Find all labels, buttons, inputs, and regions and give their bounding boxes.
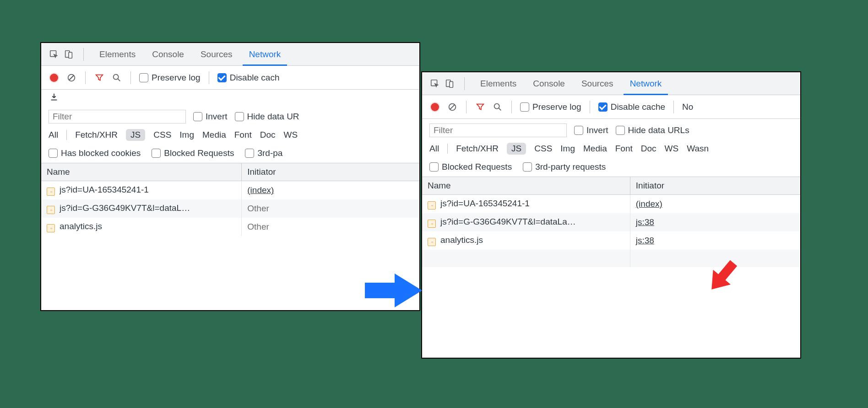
- record-icon[interactable]: [429, 102, 440, 113]
- tab-elements[interactable]: Elements: [474, 72, 523, 95]
- chip-img[interactable]: Img: [179, 130, 194, 140]
- disable-cache-checkbox[interactable]: Disable cach: [217, 73, 280, 83]
- red-arrow-annotation: [700, 252, 746, 301]
- device-toggle-icon[interactable]: [444, 78, 455, 89]
- hide-data-urls-label: Hide data UR: [247, 112, 299, 122]
- disable-cache-label: Disable cach: [230, 73, 280, 83]
- tab-console[interactable]: Console: [146, 43, 190, 65]
- chip-img[interactable]: Img: [560, 144, 575, 154]
- inspect-icon[interactable]: [429, 78, 440, 89]
- table-row[interactable]: analytics.js Other: [41, 218, 419, 236]
- col-initiator[interactable]: Initiator: [630, 177, 800, 195]
- chip-ws[interactable]: WS: [665, 144, 679, 154]
- separator: [464, 77, 465, 90]
- has-blocked-cookies-checkbox[interactable]: Has blocked cookies: [49, 148, 141, 158]
- clear-icon[interactable]: [447, 102, 458, 113]
- request-name: analytics.js: [440, 235, 483, 245]
- filter-icon[interactable]: [94, 72, 105, 83]
- search-icon[interactable]: [111, 72, 122, 83]
- truncated-text: No: [682, 102, 693, 112]
- chip-js[interactable]: JS: [507, 143, 526, 155]
- type-chips: All Fetch/XHR JS CSS Img Media Font Doc …: [422, 140, 800, 159]
- inspect-icon[interactable]: [49, 49, 60, 60]
- col-initiator[interactable]: Initiator: [242, 163, 419, 181]
- invert-checkbox[interactable]: Invert: [193, 112, 228, 122]
- chip-wasm[interactable]: Wasn: [687, 144, 709, 154]
- chip-media[interactable]: Media: [202, 130, 226, 140]
- col-name[interactable]: Name: [41, 163, 242, 181]
- device-toggle-icon[interactable]: [63, 49, 74, 60]
- initiator-link[interactable]: js:38: [636, 236, 654, 245]
- filter-icon[interactable]: [475, 102, 486, 113]
- chip-fetch[interactable]: Fetch/XHR: [75, 130, 118, 140]
- disable-cache-checkbox[interactable]: Disable cache: [598, 102, 665, 112]
- separator: [447, 144, 448, 154]
- table-row[interactable]: js?id=UA-165345241-1 (index): [41, 181, 419, 200]
- has-blocked-cookies-label: Has blocked cookies: [61, 148, 141, 158]
- tab-network[interactable]: Network: [624, 72, 668, 95]
- chip-doc[interactable]: Doc: [260, 130, 276, 140]
- hide-data-urls-checkbox[interactable]: Hide data URLs: [616, 125, 689, 135]
- filter-input[interactable]: [49, 110, 186, 123]
- preserve-log-checkbox[interactable]: Preserve log: [520, 102, 581, 112]
- svg-point-4: [114, 74, 119, 79]
- chip-doc[interactable]: Doc: [641, 144, 656, 154]
- invert-checkbox[interactable]: Invert: [574, 125, 608, 135]
- third-party-checkbox[interactable]: 3rd-pa: [245, 148, 282, 158]
- preserve-log-label: Preserve log: [152, 73, 201, 83]
- js-file-icon: [47, 206, 55, 214]
- svg-marker-11: [365, 274, 422, 307]
- filter-input[interactable]: [429, 123, 567, 137]
- record-icon[interactable]: [49, 72, 60, 83]
- chip-all[interactable]: All: [429, 144, 439, 154]
- separator: [466, 101, 467, 113]
- hide-data-urls-checkbox[interactable]: Hide data UR: [235, 112, 299, 122]
- third-party-checkbox[interactable]: 3rd-party requests: [523, 162, 606, 172]
- table-row[interactable]: analytics.js js:38: [422, 231, 800, 250]
- tab-elements[interactable]: Elements: [93, 43, 142, 65]
- chip-font[interactable]: Font: [234, 130, 252, 140]
- table-row[interactable]: js?id=G-G36G49KV7T&l=dataL… Other: [41, 199, 419, 218]
- blue-arrow-annotation: [363, 270, 427, 313]
- chip-css[interactable]: CSS: [534, 144, 552, 154]
- chip-font[interactable]: Font: [615, 144, 633, 154]
- chip-css[interactable]: CSS: [153, 130, 171, 140]
- chip-fetch[interactable]: Fetch/XHR: [456, 144, 499, 154]
- requests-table: Name Initiator js?id=UA-165345241-1 (ind…: [41, 163, 419, 236]
- hide-data-urls-label: Hide data URLs: [628, 125, 689, 135]
- chip-ws[interactable]: WS: [284, 130, 298, 140]
- extra-filters: Has blocked cookies Blocked Requests 3rd…: [41, 145, 419, 163]
- preserve-log-checkbox[interactable]: Preserve log: [139, 73, 201, 83]
- toolbar-row-2: [41, 90, 419, 105]
- invert-label: Invert: [206, 112, 228, 122]
- table-row[interactable]: js?id=UA-165345241-1 (index): [422, 195, 800, 214]
- separator: [66, 130, 67, 140]
- tab-sources[interactable]: Sources: [194, 43, 239, 65]
- chip-media[interactable]: Media: [583, 144, 607, 154]
- svg-rect-8: [450, 81, 453, 87]
- tab-console[interactable]: Console: [526, 72, 571, 95]
- disable-cache-label: Disable cache: [611, 102, 665, 112]
- table-row[interactable]: js?id=G-G36G49KV7T&l=dataLa… js:38: [422, 213, 800, 231]
- devtools-panel-after: Elements Console Sources Network Preserv…: [421, 71, 801, 359]
- blocked-requests-checkbox[interactable]: Blocked Requests: [429, 162, 512, 172]
- clear-icon[interactable]: [66, 72, 77, 83]
- initiator-link[interactable]: (index): [247, 185, 274, 195]
- svg-marker-12: [703, 256, 743, 297]
- third-party-label: 3rd-party requests: [535, 162, 606, 172]
- invert-label: Invert: [586, 125, 608, 135]
- tab-sources[interactable]: Sources: [575, 72, 620, 95]
- col-name[interactable]: Name: [422, 177, 630, 195]
- js-file-icon: [428, 201, 436, 209]
- tab-network[interactable]: Network: [243, 43, 288, 65]
- request-name: js?id=UA-165345241-1: [440, 199, 530, 208]
- initiator-link[interactable]: (index): [636, 199, 662, 209]
- initiator-link[interactable]: js:38: [636, 217, 654, 227]
- download-icon[interactable]: [49, 92, 60, 103]
- search-icon[interactable]: [492, 102, 503, 113]
- request-name: js?id=UA-165345241-1: [60, 185, 149, 194]
- blocked-requests-checkbox[interactable]: Blocked Requests: [152, 148, 234, 158]
- separator: [673, 101, 674, 113]
- chip-all[interactable]: All: [49, 130, 58, 140]
- chip-js[interactable]: JS: [126, 129, 145, 141]
